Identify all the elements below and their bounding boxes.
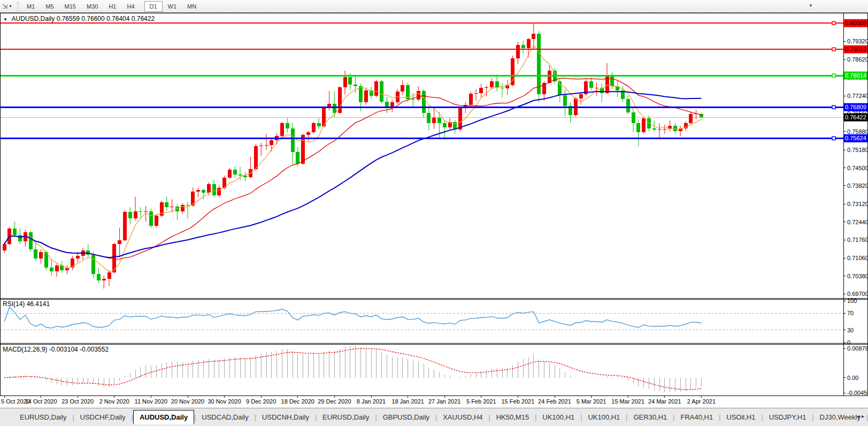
- svg-text:0.79012: 0.79012: [845, 46, 866, 52]
- date-axis-label: 9 Dec 2020: [246, 398, 276, 405]
- svg-text:0.75624: 0.75624: [845, 135, 866, 141]
- svg-text:0.78014: 0.78014: [845, 72, 866, 79]
- svg-text:0.69700: 0.69700: [847, 291, 868, 297]
- cursor-dropdown-icon[interactable]: ▼: [9, 4, 12, 8]
- date-axis-label: 20 Nov 2020: [171, 398, 204, 405]
- tab-audusd-daily[interactable]: AUDUSD,Daily: [133, 410, 194, 424]
- tab-gbpusd-daily[interactable]: GBPUSD,Daily: [377, 410, 435, 424]
- svg-text:0.00: 0.00: [847, 375, 858, 381]
- date-axis-label: 18 Dec 2020: [281, 398, 314, 405]
- svg-text:0.79320: 0.79320: [847, 38, 868, 44]
- toolbar-overflow-icon[interactable]: ▼: [806, 2, 815, 9]
- date-axis-label: 14 Oct 2020: [25, 398, 57, 405]
- tab-scroll-left-icon[interactable]: ◂: [857, 413, 862, 419]
- tab-usdcad-daily[interactable]: USDCAD,Daily: [196, 410, 254, 424]
- rsi-indicator-label: RSI(14) 46.4141: [3, 300, 50, 308]
- tab-uk100-h1[interactable]: UK100,H1: [582, 410, 626, 424]
- date-axis-label: 11 Nov 2020: [135, 398, 168, 405]
- svg-text:0.75880: 0.75880: [847, 128, 868, 135]
- tab-eurusd-daily[interactable]: EURUSD,Daily: [317, 410, 375, 424]
- tab-usdcnh-daily[interactable]: USDCNH,Daily: [256, 410, 315, 424]
- date-axis-label: 2 Apr 2021: [687, 398, 716, 405]
- date-axis-label: 30 Nov 2020: [208, 398, 241, 405]
- date-axis-label: 5 Feb 2021: [466, 398, 496, 405]
- timeframe-button-M1[interactable]: M1: [21, 1, 40, 12]
- svg-text:0.76809: 0.76809: [845, 104, 866, 110]
- chart-symbol-dropdown-icon[interactable]: ▼: [3, 17, 7, 22]
- svg-text:0.72440: 0.72440: [847, 219, 868, 225]
- tab-ger30-h1[interactable]: GER30,H1: [627, 410, 673, 424]
- svg-text:0.80009: 0.80009: [845, 20, 866, 26]
- date-axis-label: 29 Dec 2020: [318, 398, 351, 405]
- timeframe-button-W1[interactable]: W1: [163, 1, 182, 12]
- chart-title: ▼ AUDUSD,Daily 0.76559 0.76600 0.76404 0…: [3, 15, 155, 22]
- timeframe-button-H4[interactable]: H4: [121, 1, 140, 12]
- svg-text:0.74500: 0.74500: [847, 165, 868, 171]
- date-axis-label: 24 Feb 2021: [538, 398, 571, 405]
- svg-text:0.73120: 0.73120: [847, 201, 868, 207]
- top-toolbar: ⇲ ▼ M1M5M15M30H1H4D1W1MN ▼: [0, 0, 868, 13]
- svg-text:0.71760: 0.71760: [847, 237, 868, 243]
- svg-text:70: 70: [847, 310, 854, 316]
- tab-usoil-h1[interactable]: USOil,H1: [720, 410, 761, 424]
- tab-eurusd-daily[interactable]: EURUSD,Daily: [14, 410, 72, 424]
- chart-window: 0.793200.786200.779400.772400.765600.758…: [0, 13, 868, 408]
- timeframe-button-H1[interactable]: H1: [103, 1, 121, 12]
- date-axis-label: 8 Jan 2021: [357, 398, 386, 405]
- timeframe-button-M5[interactable]: M5: [40, 1, 59, 12]
- tab-hk50-m15[interactable]: HK50,M15: [490, 410, 535, 424]
- svg-text:0.76422: 0.76422: [845, 114, 866, 120]
- chart-cursor-icon[interactable]: ⇲: [2, 3, 7, 10]
- date-axis-label: 18 Jan 2021: [391, 398, 424, 405]
- date-axis-label: 15 Feb 2021: [502, 398, 535, 405]
- svg-text:0.75180: 0.75180: [847, 147, 868, 153]
- chart-symbol-label: AUDUSD,Daily: [12, 15, 55, 22]
- date-axis-label: 2 Nov 2020: [99, 398, 129, 405]
- date-axis-label: 23 Oct 2020: [62, 398, 94, 405]
- tab-usdjpy-h1[interactable]: USDJPY,H1: [763, 410, 812, 424]
- tab-usdchf-daily[interactable]: USDCHF,Daily: [74, 410, 132, 424]
- svg-text:0.70380: 0.70380: [847, 273, 868, 279]
- chart-ohlc-values: 0.76559 0.76600 0.76404 0.76422: [57, 15, 155, 22]
- chart-plot[interactable]: 0.793200.786200.779400.772400.765600.758…: [0, 13, 868, 408]
- timeframe-button-D1[interactable]: D1: [144, 1, 163, 12]
- timeframe-button-group: M1M5M15M30H1H4D1W1MN: [21, 1, 202, 12]
- macd-indicator-label: MACD(12,26,9) -0.003104 -0.003552: [3, 346, 109, 353]
- date-axis-label: 24 Mar 2021: [648, 398, 681, 405]
- tab-list: EURUSD,Daily|USDCHF,Daily|AUDUSD,Daily|U…: [14, 410, 868, 424]
- date-axis-label: 27 Jan 2021: [428, 398, 461, 405]
- timeframe-button-M15[interactable]: M15: [59, 1, 81, 12]
- tab-xauusd-h4[interactable]: XAUUSD,H4: [437, 410, 488, 424]
- svg-text:0.71060: 0.71060: [847, 255, 868, 261]
- svg-text:0.73820: 0.73820: [847, 182, 868, 189]
- svg-text:0.77240: 0.77240: [847, 93, 868, 99]
- svg-text:0.008785: 0.008785: [847, 345, 868, 352]
- date-axis-label: 15 Mar 2021: [611, 398, 644, 405]
- toolbar-grip-handle[interactable]: [17, 2, 19, 11]
- svg-text:-0.004503: -0.004503: [847, 390, 868, 396]
- tab-scroll-arrows[interactable]: ◂▸: [857, 413, 866, 419]
- timeframe-button-M30[interactable]: M30: [81, 1, 103, 12]
- svg-text:0.78620: 0.78620: [847, 56, 868, 63]
- tab-uk100-h1[interactable]: UK100,H1: [536, 410, 580, 424]
- chart-tab-bar: EURUSD,Daily|USDCHF,Daily|AUDUSD,Daily|U…: [0, 408, 868, 426]
- tab-fra40-h1[interactable]: FRA40,H1: [674, 410, 719, 424]
- date-axis-label: 5 Mar 2021: [577, 398, 606, 405]
- timeframe-button-MN[interactable]: MN: [182, 1, 202, 12]
- tab-scroll-right-icon[interactable]: ▸: [862, 413, 866, 419]
- svg-text:30: 30: [847, 327, 854, 333]
